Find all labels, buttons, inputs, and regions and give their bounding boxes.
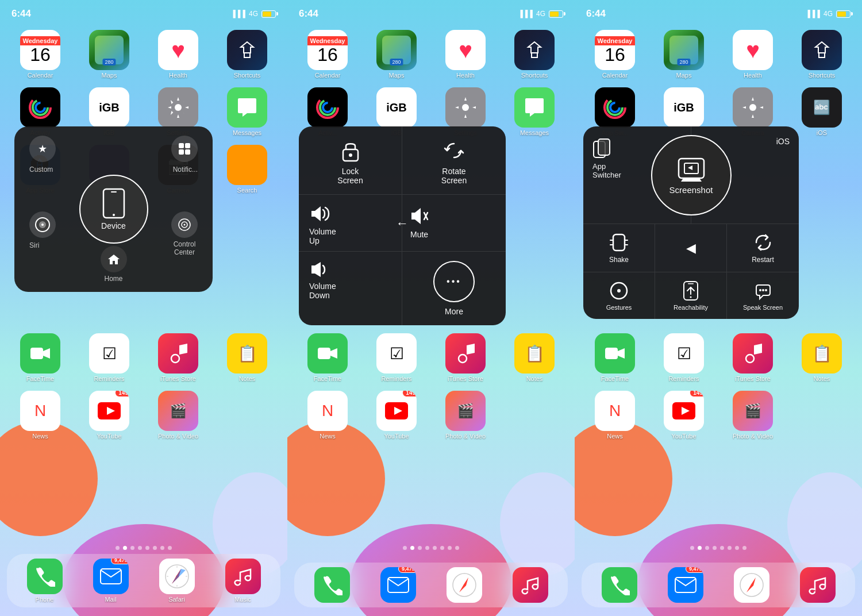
- dock-music-3[interactable]: [784, 567, 851, 603]
- svg-point-49: [762, 289, 764, 291]
- rotate-screen-btn-2[interactable]: RotateScreen: [402, 126, 506, 195]
- device-bot-row-2: VolumeDown ••• More: [299, 252, 506, 325]
- app-news-1[interactable]: N News: [7, 391, 74, 440]
- app-shortcuts-2[interactable]: Shortcuts: [501, 30, 568, 79]
- dock-safari-1[interactable]: Safari: [144, 559, 210, 603]
- app-notes-2[interactable]: 📋 Notes: [501, 333, 568, 382]
- dock-safari-2[interactable]: [431, 567, 497, 603]
- screenshot-center-circle-3[interactable]: Screenshot: [651, 135, 732, 215]
- app-youtube-1[interactable]: 149 YouTube: [76, 391, 143, 440]
- back-arrow-btn-3[interactable]: ◀: [655, 224, 727, 272]
- itunes-label-1: iTunes Store: [160, 375, 196, 382]
- dot-2-6: [440, 546, 444, 550]
- status-bar-1: 6:44 ▐▐▐ 4G: [0, 0, 287, 23]
- app-calendar-1[interactable]: Wednesday 16 Calendar: [7, 30, 74, 79]
- dot-1-5: [145, 546, 149, 550]
- app-notes-1[interactable]: 📋 Notes: [214, 333, 280, 382]
- page-dots-3: [575, 546, 862, 550]
- at-cc-1[interactable]: ControlCenter: [147, 211, 203, 283]
- lock-screen-btn-2[interactable]: LockScreen: [299, 126, 402, 195]
- dock-mail-2[interactable]: 9,479: [365, 567, 431, 603]
- back-arrow-2: ←: [396, 216, 409, 231]
- app-maps-3[interactable]: 280 Maps: [651, 30, 717, 79]
- app-messages-2[interactable]: Messages: [501, 87, 568, 136]
- app-maps-2[interactable]: 280 Maps: [363, 30, 430, 79]
- facetime-label-1: FaceTime: [26, 375, 55, 382]
- svg-point-48: [759, 289, 761, 291]
- app-itunes-3[interactable]: iTunes Store: [719, 333, 786, 382]
- at-center-circle-1[interactable]: Device: [79, 175, 148, 244]
- app-itunes-1[interactable]: iTunes Store: [145, 333, 211, 382]
- app-youtube-2[interactable]: 149 YouTube: [363, 391, 430, 440]
- app-health-3[interactable]: ♥ Health: [719, 30, 786, 79]
- app-search-1[interactable]: Search: [214, 145, 280, 194]
- mute-btn-2[interactable]: Mute: [402, 195, 506, 252]
- at-notifications-1[interactable]: Notific...: [147, 136, 203, 207]
- settings-icon-svg-1: [167, 96, 190, 119]
- app-news-2[interactable]: N News: [294, 391, 361, 440]
- at-custom-1[interactable]: ★ Custom: [24, 136, 80, 207]
- shake-btn-3[interactable]: Shake: [583, 224, 655, 272]
- app-shortcuts-3[interactable]: Shortcuts: [788, 30, 855, 79]
- app-facetime-1[interactable]: FaceTime: [7, 333, 74, 382]
- vol-up-btn-2[interactable]: VolumeUp: [299, 195, 402, 252]
- app-notes-3[interactable]: 📋 Notes: [788, 333, 855, 382]
- dot-2-4: [425, 546, 429, 550]
- screenshot-mid-row-3: Shake ◀ Restart: [583, 224, 799, 272]
- dock-phone-3[interactable]: [586, 567, 652, 603]
- vol-down-btn-2[interactable]: VolumeDown: [299, 252, 402, 325]
- itunes-label-2: iTunes Store: [448, 375, 483, 382]
- app-health-2[interactable]: ♥ Health: [432, 30, 499, 79]
- dot-3-6: [728, 546, 732, 550]
- app-facetime-2[interactable]: FaceTime: [294, 333, 361, 382]
- app-itunes-2[interactable]: iTunes Store: [432, 333, 499, 382]
- app-photovideo-2[interactable]: 🎬 Photo & Video: [432, 391, 499, 440]
- app-shortcuts-1[interactable]: Shortcuts: [214, 30, 280, 79]
- svg-point-36: [610, 103, 619, 112]
- app-maps-1[interactable]: 280 Maps: [76, 30, 143, 79]
- back-arrow-icon-3: ◀: [686, 241, 696, 256]
- app-youtube-3[interactable]: 149 YouTube: [651, 391, 717, 440]
- app-facetime-3[interactable]: FaceTime: [582, 333, 648, 382]
- app-reminders-3[interactable]: ☑ Reminders: [651, 333, 717, 382]
- app-reminders-1[interactable]: ☑ Reminders: [76, 333, 143, 382]
- app-calendar-2[interactable]: Wednesday 16 Calendar: [294, 30, 361, 79]
- signal-icon-2: ▐▐▐: [518, 10, 533, 18]
- at-siri-1[interactable]: Siri: [24, 211, 80, 283]
- igb-text-3: iGB: [674, 101, 694, 114]
- app-row-facetime-3: FaceTime ☑ Reminders iTunes Store 📋 Note…: [582, 333, 855, 382]
- dock-phone-2[interactable]: [299, 567, 365, 603]
- dock-safari-3[interactable]: [718, 567, 784, 603]
- app-reminders-2[interactable]: ☑ Reminders: [363, 333, 430, 382]
- at-siri-label-1: Siri: [29, 241, 39, 249]
- restart-btn-3[interactable]: Restart: [727, 224, 799, 272]
- appswitcher-icon-3: [592, 137, 614, 159]
- app-news-3[interactable]: N News: [582, 391, 648, 440]
- dock-mail-1[interactable]: 9,479 Mail: [78, 559, 144, 603]
- app-row-facetime-1: FaceTime ☑ Reminders iTunes Store 📋 Note…: [7, 333, 280, 382]
- more-btn-2[interactable]: ••• More: [402, 252, 506, 325]
- dock-mail-3[interactable]: 9,479: [652, 567, 718, 603]
- reachability-btn-3[interactable]: Reachability: [655, 272, 727, 319]
- app-health-1[interactable]: ♥ Health: [145, 30, 211, 79]
- app-calendar-3[interactable]: Wednesday 16 Calendar: [582, 30, 648, 79]
- dock-music-2[interactable]: [497, 567, 563, 603]
- lock-screen-label-2: LockScreen: [337, 167, 363, 185]
- facetime-icon-2: [317, 345, 338, 361]
- app-messages-1[interactable]: Messages: [214, 87, 280, 136]
- battery-icon-2: [549, 10, 563, 18]
- more-label-2: More: [445, 307, 463, 316]
- news-icon-3: N: [609, 402, 621, 420]
- app-photovideo-3[interactable]: 🎬 Photo & Video: [719, 391, 786, 440]
- at-siri-icon-1: [29, 211, 56, 238]
- dock-music-1[interactable]: Music: [210, 559, 276, 603]
- vol-up-icon-2: [309, 205, 330, 222]
- speak-screen-btn-3[interactable]: Speak Screen: [727, 272, 799, 319]
- gestures-btn-3[interactable]: Gestures: [583, 272, 655, 319]
- app-photovideo-1[interactable]: 🎬 Photo & Video: [145, 391, 211, 440]
- health-label-3: Health: [744, 72, 762, 79]
- messages-label-2: Messages: [520, 129, 549, 136]
- dock-phone-1[interactable]: Phone: [11, 559, 78, 603]
- health-label-1: Health: [169, 72, 187, 79]
- at-home-1[interactable]: Home: [101, 246, 127, 283]
